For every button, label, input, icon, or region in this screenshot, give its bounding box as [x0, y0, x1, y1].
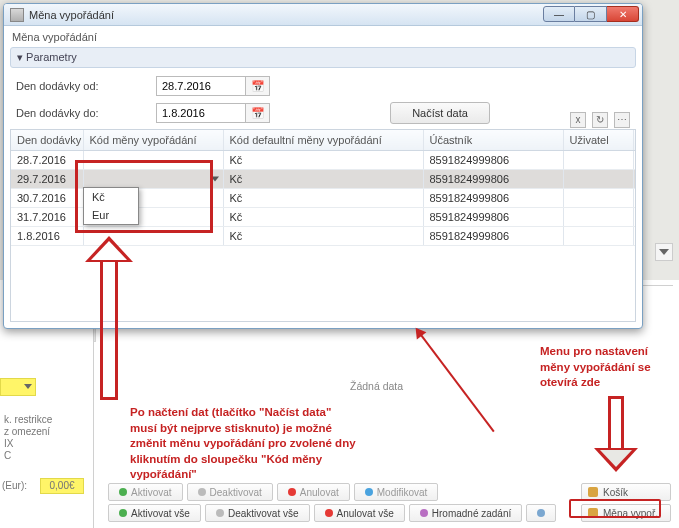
date-to-label: Den dodávky do: [16, 107, 156, 119]
col-header-day[interactable]: Den dodávky [11, 130, 83, 150]
sidebar-text: C [4, 450, 11, 461]
chevron-down-icon [211, 176, 219, 181]
currency-dropdown-popup: Kč Eur [83, 187, 139, 225]
annotation-text-2: Menu pro nastavení měny vypořádání se ot… [540, 344, 670, 391]
currency-option[interactable]: Eur [84, 206, 138, 224]
currency-option[interactable]: Kč [84, 188, 138, 206]
no-data-label: Žádná data [350, 380, 403, 392]
col-header-timestamp[interactable]: Časová známka [633, 130, 636, 150]
currency-cell[interactable] [83, 150, 223, 169]
sidebar-text: IX [4, 438, 13, 449]
bulk-entry-button[interactable]: Hromadné zadání [409, 504, 523, 522]
col-header-currency[interactable]: Kód měny vypořádání [83, 130, 223, 150]
date-from-picker-button[interactable]: 📅 [246, 76, 270, 96]
currency-settlement-menu-button[interactable]: Měna vypoř. [581, 504, 671, 522]
panel-collapse-caret[interactable] [655, 243, 673, 261]
col-header-default-currency[interactable]: Kód defaultní měny vypořádání [223, 130, 423, 150]
action-buttons-row-1: Aktivovat Deaktivovat Anulovat Modifikov… [108, 483, 438, 501]
currency-icon [588, 508, 598, 518]
app-icon [10, 8, 24, 22]
date-from-label: Den dodávky od: [16, 80, 156, 92]
window-minimize-button[interactable]: — [543, 6, 575, 22]
annotation-text-1: Po načtení dat (tlačítko "Načíst data" m… [130, 405, 360, 483]
dialog-titlebar[interactable]: Měna vypořádání — ▢ ✕ [4, 4, 642, 26]
basket-button[interactable]: Košík [581, 483, 671, 501]
currency-cell-editing[interactable] [83, 169, 223, 188]
date-from-input[interactable] [156, 76, 246, 96]
activate-all-button[interactable]: Aktivovat vše [108, 504, 201, 522]
eur-value: 0,00€ [40, 478, 84, 494]
action-buttons-row-2: Aktivovat vše Deaktivovat vše Anulovat v… [108, 504, 556, 522]
sidebar-dropdown[interactable] [0, 378, 36, 396]
deactivate-all-button[interactable]: Deaktivovat vše [205, 504, 310, 522]
side-buttons: Košík Měna vypoř. [581, 483, 671, 522]
dialog-title: Měna vypořádání [29, 9, 114, 21]
date-to-picker-button[interactable]: 📅 [246, 103, 270, 123]
export-icon[interactable]: x [570, 112, 586, 128]
col-header-user[interactable]: Uživatel [563, 130, 633, 150]
parameters-header[interactable]: ▾ Parametry [10, 47, 636, 68]
sidebar-text: k. restrikce [4, 414, 52, 425]
deactivate-button[interactable]: Deaktivovat [187, 483, 273, 501]
cancel-button[interactable]: Anulovat [277, 483, 350, 501]
load-data-button[interactable]: Načíst data [390, 102, 490, 124]
annotation-arrow-up [88, 236, 130, 401]
db-button[interactable] [526, 504, 556, 522]
refresh-icon[interactable]: ↻ [592, 112, 608, 128]
grid-toolbar: x ↻ ⋯ [570, 112, 630, 128]
sidebar-text: z omezení [4, 426, 50, 437]
activate-button[interactable]: Aktivovat [108, 483, 183, 501]
basket-icon [588, 487, 598, 497]
window-close-button[interactable]: ✕ [607, 6, 639, 22]
left-sidebar: k. restrikce z omezení IX C (Eur): 0,00€ [0, 328, 94, 528]
window-maximize-button[interactable]: ▢ [575, 6, 607, 22]
modify-button[interactable]: Modifikovat [354, 483, 439, 501]
col-header-participant[interactable]: Účastník [423, 130, 563, 150]
cancel-all-button[interactable]: Anulovat vše [314, 504, 405, 522]
table-row[interactable]: 28.7.2016 Kč 8591824999806 [11, 150, 636, 169]
table-row[interactable]: 29.7.2016 Kč 8591824999806 [11, 169, 636, 188]
date-to-input[interactable] [156, 103, 246, 123]
eur-label: (Eur): [2, 480, 27, 491]
annotation-arrow-down [598, 396, 634, 476]
settings-icon[interactable]: ⋯ [614, 112, 630, 128]
dialog-subtitle: Měna vypořádání [4, 26, 642, 47]
